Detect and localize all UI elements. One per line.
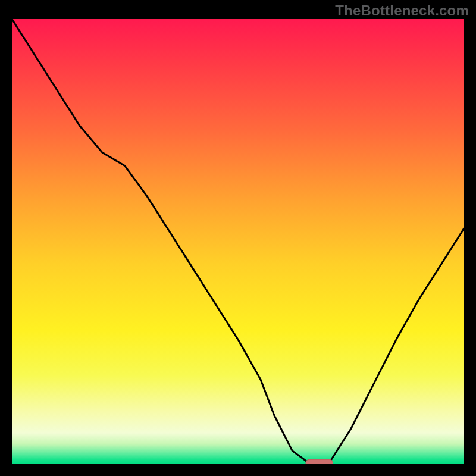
bottleneck-curve-chart	[12, 19, 464, 464]
chart-frame: TheBottleneck.com	[0, 0, 476, 476]
plot-area	[12, 19, 464, 464]
optimal-point-marker	[306, 459, 333, 464]
gradient-background	[12, 19, 464, 464]
watermark-text: TheBottleneck.com	[335, 2, 469, 19]
